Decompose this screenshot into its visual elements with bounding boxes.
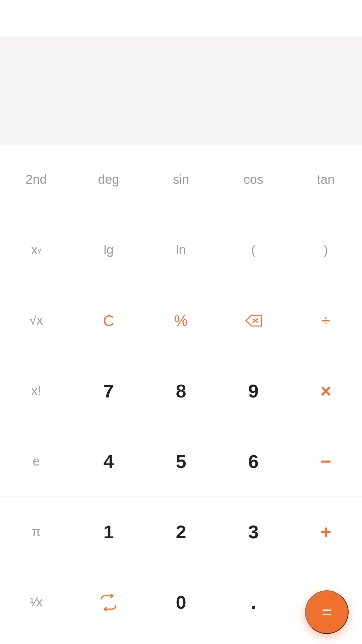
xy-key[interactable]: xy bbox=[0, 215, 72, 285]
cos-key[interactable]: cos bbox=[217, 144, 290, 215]
minus-key[interactable]: − bbox=[290, 426, 362, 496]
6-key[interactable]: 6 bbox=[217, 426, 290, 496]
2nd-key[interactable]: 2nd bbox=[0, 144, 72, 215]
clear-key[interactable]: C bbox=[72, 285, 145, 356]
sqrt-key[interactable]: √x bbox=[0, 285, 72, 356]
0-key[interactable]: 0 bbox=[145, 567, 217, 637]
display-area bbox=[0, 37, 362, 144]
percent-key[interactable]: % bbox=[145, 285, 217, 356]
1-key[interactable]: 1 bbox=[72, 496, 145, 567]
open-paren-key[interactable]: ( bbox=[217, 215, 290, 285]
keypad: 2nddegsincostanxylgln()√xC% ÷x!789×e456−… bbox=[0, 144, 362, 567]
e-key[interactable]: e bbox=[0, 426, 72, 496]
close-paren-key[interactable]: ) bbox=[290, 215, 362, 285]
lg-key[interactable]: lg bbox=[72, 215, 145, 285]
swap-key[interactable] bbox=[72, 567, 145, 637]
7-key[interactable]: 7 bbox=[72, 356, 145, 426]
8-key[interactable]: 8 bbox=[145, 356, 217, 426]
equals-key[interactable]: = bbox=[305, 590, 349, 634]
deg-key[interactable]: deg bbox=[72, 144, 145, 215]
factorial-key[interactable]: x! bbox=[0, 356, 72, 426]
4-key[interactable]: 4 bbox=[72, 426, 145, 496]
sin-key[interactable]: sin bbox=[145, 144, 217, 215]
pi-key[interactable]: π bbox=[0, 496, 72, 567]
multiply-key[interactable]: × bbox=[290, 356, 362, 426]
backspace-key[interactable] bbox=[217, 285, 290, 356]
ln-key[interactable]: ln bbox=[145, 215, 217, 285]
2-key[interactable]: 2 bbox=[145, 496, 217, 567]
9-key[interactable]: 9 bbox=[217, 356, 290, 426]
3-key[interactable]: 3 bbox=[217, 496, 290, 567]
reciprocal-key[interactable]: ¹∕x bbox=[0, 567, 72, 637]
header bbox=[0, 0, 362, 37]
decimal-key[interactable]: . bbox=[217, 567, 290, 637]
5-key[interactable]: 5 bbox=[145, 426, 217, 496]
plus-key[interactable]: + bbox=[290, 496, 362, 567]
tan-key[interactable]: tan bbox=[290, 144, 362, 215]
divide-key[interactable]: ÷ bbox=[290, 285, 362, 356]
